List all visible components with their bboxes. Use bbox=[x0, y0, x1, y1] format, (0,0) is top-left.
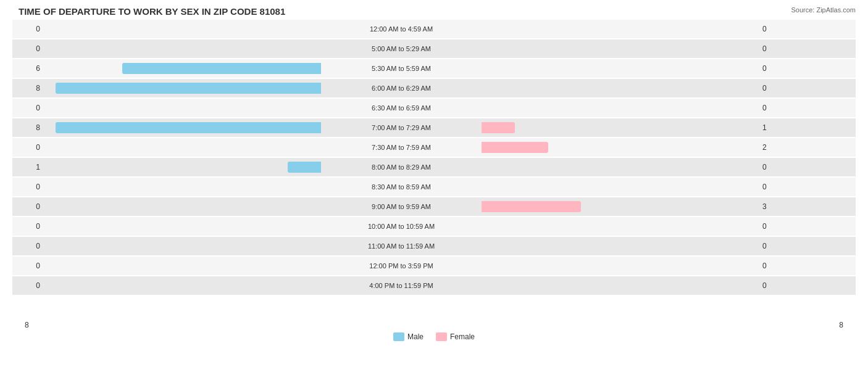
left-bar-area bbox=[43, 260, 321, 271]
right-value: 3 bbox=[759, 202, 790, 211]
legend: Male Female bbox=[393, 332, 475, 341]
left-bar-area bbox=[43, 63, 321, 74]
left-value: 0 bbox=[12, 222, 43, 231]
legend-male-box bbox=[393, 332, 404, 341]
left-value: 6 bbox=[12, 64, 43, 73]
right-value: 0 bbox=[759, 281, 790, 290]
time-label: 8:30 AM to 8:59 AM bbox=[321, 183, 482, 191]
right-bar-area bbox=[482, 83, 759, 94]
right-value: 2 bbox=[759, 143, 790, 152]
left-value: 8 bbox=[12, 123, 43, 132]
time-label: 7:00 AM to 7:29 AM bbox=[321, 124, 482, 131]
left-value: 0 bbox=[12, 143, 43, 152]
legend-female-box bbox=[436, 332, 447, 341]
time-label: 8:00 AM to 8:29 AM bbox=[321, 163, 482, 171]
male-bar bbox=[288, 162, 321, 173]
table-row: 0 12:00 AM to 4:59 AM 0 bbox=[12, 20, 856, 38]
left-bar-area bbox=[43, 280, 321, 291]
right-value: 0 bbox=[759, 242, 790, 250]
left-value: 0 bbox=[12, 242, 43, 250]
time-label: 4:00 PM to 11:59 PM bbox=[321, 282, 482, 289]
right-bar-area bbox=[482, 162, 759, 173]
left-bar-area bbox=[43, 201, 321, 212]
right-bar-area bbox=[482, 63, 759, 74]
legend-male: Male bbox=[393, 332, 424, 341]
table-row: 8 6:00 AM to 6:29 AM 0 bbox=[12, 79, 856, 97]
male-bar bbox=[122, 63, 322, 74]
time-label: 6:00 AM to 6:29 AM bbox=[321, 85, 482, 92]
time-label: 10:00 AM to 10:59 AM bbox=[321, 223, 482, 230]
time-label: 7:30 AM to 7:59 AM bbox=[321, 144, 482, 151]
table-row: 6 5:30 AM to 5:59 AM 0 bbox=[12, 59, 856, 78]
left-bar-area bbox=[43, 181, 321, 192]
male-bar bbox=[56, 122, 321, 133]
legend-male-label: Male bbox=[407, 332, 424, 341]
table-row: 0 9:00 AM to 9:59 AM 3 bbox=[12, 197, 856, 216]
left-bar-area bbox=[43, 142, 321, 153]
chart-area: 0 12:00 AM to 4:59 AM 0 0 5:00 AM to 5:2… bbox=[12, 20, 856, 319]
bottom-section: 8 8 Male Female bbox=[12, 321, 856, 341]
table-row: 0 6:30 AM to 6:59 AM 0 bbox=[12, 99, 856, 117]
right-value: 0 bbox=[759, 25, 790, 33]
chart-title: TIME OF DEPARTURE TO WORK BY SEX IN ZIP … bbox=[12, 6, 856, 17]
right-value: 1 bbox=[759, 123, 790, 132]
male-bar bbox=[56, 83, 321, 94]
axis-right-label: 8 bbox=[839, 321, 843, 329]
left-value: 0 bbox=[12, 202, 43, 211]
right-value: 0 bbox=[759, 222, 790, 231]
right-bar-area bbox=[482, 181, 759, 192]
female-bar bbox=[482, 122, 515, 133]
right-bar-area bbox=[482, 201, 759, 212]
right-value: 0 bbox=[759, 64, 790, 73]
time-label: 6:30 AM to 6:59 AM bbox=[321, 104, 482, 112]
table-row: 0 5:00 AM to 5:29 AM 0 bbox=[12, 39, 856, 58]
left-value: 8 bbox=[12, 84, 43, 93]
left-value: 0 bbox=[12, 25, 43, 33]
time-label: 9:00 AM to 9:59 AM bbox=[321, 203, 482, 210]
left-bar-area bbox=[43, 23, 321, 35]
table-row: 8 7:00 AM to 7:29 AM 1 bbox=[12, 118, 856, 137]
right-bar-area bbox=[482, 43, 759, 54]
left-value: 0 bbox=[12, 44, 43, 53]
source-text: Source: ZipAtlas.com bbox=[791, 6, 856, 14]
time-label: 5:00 AM to 5:29 AM bbox=[321, 45, 482, 52]
right-value: 0 bbox=[759, 262, 790, 270]
table-row: 1 8:00 AM to 8:29 AM 0 bbox=[12, 158, 856, 176]
left-value: 0 bbox=[12, 281, 43, 290]
axis-labels: 8 8 bbox=[12, 321, 856, 329]
right-bar-area bbox=[482, 142, 759, 153]
left-bar-area bbox=[43, 122, 321, 133]
left-value: 0 bbox=[12, 104, 43, 112]
table-row: 0 10:00 AM to 10:59 AM 0 bbox=[12, 217, 856, 236]
time-label: 5:30 AM to 5:59 AM bbox=[321, 65, 482, 72]
left-value: 1 bbox=[12, 163, 43, 171]
left-value: 0 bbox=[12, 183, 43, 191]
axis-left-label: 8 bbox=[25, 321, 29, 329]
female-bar bbox=[482, 201, 581, 212]
chart-container: TIME OF DEPARTURE TO WORK BY SEX IN ZIP … bbox=[0, 0, 868, 367]
right-value: 0 bbox=[759, 44, 790, 53]
time-label: 12:00 PM to 3:59 PM bbox=[321, 262, 482, 270]
table-row: 0 4:00 PM to 11:59 PM 0 bbox=[12, 276, 856, 295]
left-bar-area bbox=[43, 221, 321, 232]
right-bar-area bbox=[482, 241, 759, 252]
table-row: 0 7:30 AM to 7:59 AM 2 bbox=[12, 138, 856, 157]
right-bar-area bbox=[482, 280, 759, 291]
time-label: 12:00 AM to 4:59 AM bbox=[321, 25, 482, 33]
time-label: 11:00 AM to 11:59 AM bbox=[321, 242, 482, 250]
right-bar-area bbox=[482, 260, 759, 271]
left-value: 0 bbox=[12, 262, 43, 270]
right-bar-area bbox=[482, 221, 759, 232]
female-bar bbox=[482, 142, 548, 153]
legend-female-label: Female bbox=[450, 332, 475, 341]
right-bar-area bbox=[482, 23, 759, 35]
left-bar-area bbox=[43, 162, 321, 173]
right-value: 0 bbox=[759, 104, 790, 112]
right-bar-area bbox=[482, 102, 759, 113]
right-bar-area bbox=[482, 122, 759, 133]
right-value: 0 bbox=[759, 84, 790, 93]
table-row: 0 8:30 AM to 8:59 AM 0 bbox=[12, 178, 856, 196]
left-bar-area bbox=[43, 43, 321, 54]
table-row: 0 11:00 AM to 11:59 AM 0 bbox=[12, 237, 856, 255]
legend-female: Female bbox=[436, 332, 475, 341]
